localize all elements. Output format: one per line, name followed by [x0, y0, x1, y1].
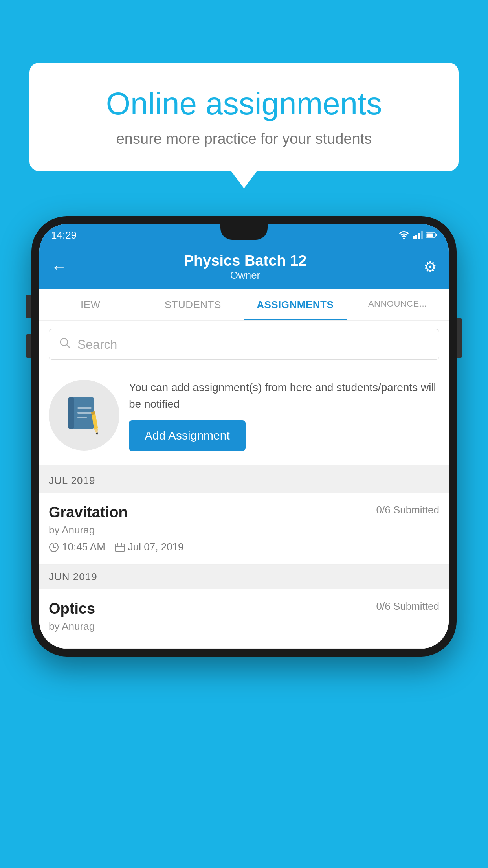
- assignment-row-top-optics: Optics 0/6 Submitted: [49, 600, 439, 617]
- time-value-gravitation: 10:45 AM: [62, 541, 105, 553]
- svg-rect-16: [91, 411, 95, 415]
- search-bar[interactable]: Search: [49, 329, 439, 360]
- tabs-bar: IEW STUDENTS ASSIGNMENTS ANNOUNCE...: [39, 289, 449, 321]
- svg-rect-6: [436, 234, 437, 236]
- phone-wrapper: 14:29: [31, 216, 457, 657]
- svg-rect-21: [116, 544, 124, 552]
- owner-label: Owner: [184, 269, 307, 281]
- status-time: 14:29: [51, 229, 77, 241]
- notebook-icon: [66, 395, 102, 435]
- search-icon: [59, 337, 71, 352]
- tab-students[interactable]: STUDENTS: [142, 289, 244, 320]
- promo-description: You can add assignment(s) from here and …: [129, 379, 439, 412]
- svg-rect-11: [77, 407, 92, 409]
- wifi-icon: [398, 231, 409, 239]
- assignment-row-top: Gravitation 0/6 Submitted: [49, 504, 439, 521]
- search-placeholder: Search: [77, 337, 117, 352]
- promo-content: You can add assignment(s) from here and …: [129, 379, 439, 451]
- app-header: ← Physics Batch 12 Owner ⚙: [39, 246, 449, 289]
- date-value-gravitation: Jul 07, 2019: [128, 541, 184, 553]
- status-bar: 14:29: [39, 224, 449, 246]
- svg-marker-17: [95, 432, 98, 435]
- submitted-badge-optics: 0/6 Submitted: [376, 600, 439, 612]
- volume-down-button: [26, 334, 31, 358]
- assignment-name-optics: Optics: [49, 600, 95, 617]
- svg-rect-0: [413, 236, 415, 239]
- svg-rect-12: [77, 412, 92, 414]
- search-container: Search: [39, 321, 449, 368]
- svg-rect-3: [421, 231, 423, 239]
- assignment-item-gravitation[interactable]: Gravitation 0/6 Submitted by Anurag 10:4…: [39, 493, 449, 565]
- svg-rect-1: [415, 235, 417, 239]
- svg-rect-13: [77, 417, 87, 418]
- add-assignment-button[interactable]: Add Assignment: [129, 420, 246, 451]
- assignment-item-optics[interactable]: Optics 0/6 Submitted by Anurag: [39, 589, 449, 649]
- clock-icon: [49, 542, 59, 552]
- assignment-time: 10:45 AM: [49, 541, 105, 553]
- phone-screen: 14:29: [39, 224, 449, 649]
- section-header-jul: JUL 2019: [39, 468, 449, 493]
- status-icons: [398, 231, 437, 239]
- assignment-date: Jul 07, 2019: [115, 541, 184, 553]
- speech-bubble: Online assignments ensure more practice …: [29, 63, 459, 171]
- volume-up-button: [26, 295, 31, 318]
- svg-rect-10: [68, 397, 74, 429]
- signal-icon: [413, 231, 423, 239]
- notch: [220, 224, 268, 240]
- submitted-badge-gravitation: 0/6 Submitted: [376, 504, 439, 516]
- svg-line-8: [67, 345, 70, 348]
- settings-button[interactable]: ⚙: [424, 258, 437, 276]
- assignment-meta-gravitation: 10:45 AM Jul 07, 2019: [49, 541, 439, 553]
- header-title-group: Physics Batch 12 Owner: [184, 252, 307, 281]
- tab-iew[interactable]: IEW: [39, 289, 142, 320]
- phone-frame: 14:29: [31, 216, 457, 657]
- batch-title: Physics Batch 12: [184, 252, 307, 269]
- online-assignments-subtitle: ensure more practice for your students: [57, 131, 431, 147]
- svg-rect-5: [427, 234, 433, 237]
- back-button[interactable]: ←: [51, 258, 67, 276]
- svg-rect-2: [418, 233, 420, 239]
- power-button: [457, 318, 462, 358]
- online-assignments-title: Online assignments: [57, 86, 431, 121]
- assignment-name-gravitation: Gravitation: [49, 504, 128, 521]
- assignment-promo: You can add assignment(s) from here and …: [39, 368, 449, 468]
- speech-bubble-container: Online assignments ensure more practice …: [29, 63, 459, 171]
- promo-icon: [49, 380, 119, 451]
- tab-announcements[interactable]: ANNOUNCE...: [347, 289, 449, 320]
- assignment-author-optics: by Anurag: [49, 620, 439, 633]
- tab-assignments[interactable]: ASSIGNMENTS: [244, 289, 347, 320]
- section-header-jun: JUN 2019: [39, 565, 449, 589]
- calendar-icon: [115, 542, 125, 552]
- assignment-author-gravitation: by Anurag: [49, 524, 439, 536]
- battery-icon: [426, 232, 437, 238]
